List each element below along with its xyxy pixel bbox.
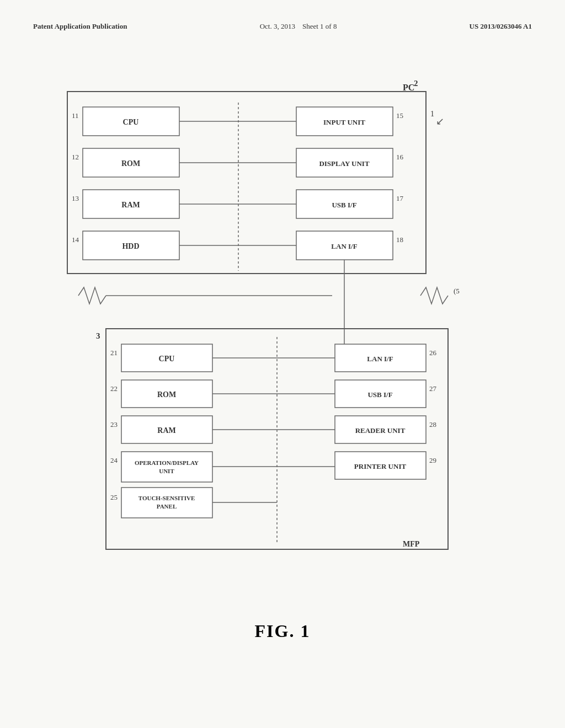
text-usb-pc: USB I/F xyxy=(332,201,356,209)
text-input-unit: INPUT UNIT xyxy=(323,118,365,126)
label-26: 26 xyxy=(429,349,437,357)
network-label-5: (5 xyxy=(454,287,460,295)
text-rom-pc: ROM xyxy=(121,159,140,168)
label-29: 29 xyxy=(429,456,436,464)
box-op-display xyxy=(121,452,212,482)
header-left: Patent Application Publication xyxy=(33,22,127,31)
text-hdd-pc: HDD xyxy=(122,242,139,250)
label-25: 25 xyxy=(110,493,118,501)
label-27: 27 xyxy=(429,384,437,393)
text-printer: PRINTER UNIT xyxy=(354,462,407,470)
text-lan-pc: LAN I/F xyxy=(331,242,357,250)
fig-label: FIG. 1 xyxy=(33,621,532,641)
text-lan-mfp: LAN I/F xyxy=(367,355,393,363)
page: Patent Application Publication Oct. 3, 2… xyxy=(0,0,565,728)
label-24: 24 xyxy=(110,456,118,464)
text-display-unit: DISPLAY UNIT xyxy=(319,159,369,168)
text-rom-mfp: ROM xyxy=(157,390,176,399)
label-18: 18 xyxy=(396,235,403,244)
text-reader: READER UNIT xyxy=(355,426,406,435)
text-cpu-pc: CPU xyxy=(123,118,139,126)
label-14: 14 xyxy=(72,235,79,244)
label-15: 15 xyxy=(396,111,403,120)
text-touch-panel-2: PANEL xyxy=(157,503,177,510)
header-right: US 2013/0263046 A1 xyxy=(470,22,532,31)
label-12: 12 xyxy=(72,153,79,161)
text-op-display-1: OPERATION/DISPLAY xyxy=(135,459,199,466)
header-center: Oct. 3, 2013 Sheet 1 of 8 xyxy=(260,22,337,31)
outer-arrow-1: ↙ xyxy=(436,116,444,127)
pc-label: PC xyxy=(403,83,414,92)
label-11: 11 xyxy=(72,111,79,120)
text-touch-panel-1: TOUCH-SENSITIVE xyxy=(138,495,195,501)
label-17: 17 xyxy=(396,194,404,202)
outer-number-1: 1 xyxy=(430,110,434,118)
mfp-label: MFP xyxy=(403,540,420,548)
pc-number: 2 xyxy=(414,79,418,88)
zigzag-left xyxy=(78,287,106,304)
label-28: 28 xyxy=(429,420,436,429)
label-21: 21 xyxy=(110,349,118,357)
text-ram-mfp: RAM xyxy=(157,426,175,435)
zigzag-right xyxy=(420,287,448,304)
main-diagram: PC 2 ↙ 1 11 CPU 12 ROM 13 RAM 14 HDD INP xyxy=(34,58,531,599)
text-ram-pc: RAM xyxy=(121,201,140,209)
text-op-display-2: UNIT xyxy=(159,468,174,474)
label-23: 23 xyxy=(110,420,118,429)
label-13: 13 xyxy=(72,194,79,202)
text-cpu-mfp: CPU xyxy=(159,355,175,363)
header: Patent Application Publication Oct. 3, 2… xyxy=(33,22,532,31)
mfp-number-3: 3 xyxy=(96,331,100,340)
text-usb-mfp: USB I/F xyxy=(367,390,392,399)
label-22: 22 xyxy=(110,384,118,393)
label-16: 16 xyxy=(396,153,404,161)
